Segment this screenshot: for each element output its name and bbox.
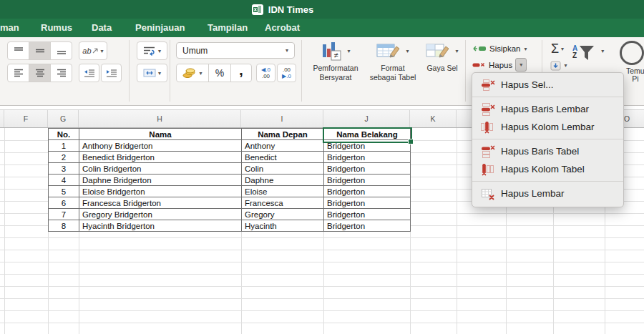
decrease-indent-button[interactable] [79,64,99,82]
table-cell[interactable]: 5 [49,186,79,197]
table-cell[interactable]: Bridgerton [324,175,411,186]
wrap-text-button[interactable]: ▾ [137,41,167,60]
grid-row-line [0,274,644,275]
column-header-i[interactable]: I [241,110,323,127]
table-cell[interactable]: Daphne Bridgerton [79,175,242,186]
table-cell[interactable]: Colin Bridgerton [79,163,242,175]
delete-sheet-columns-icon [481,121,501,134]
format-as-table-icon [376,40,401,62]
table-cell[interactable]: 6 [49,197,79,209]
menu-item-label: Hapus Sel... [501,79,554,90]
column-header-h[interactable]: H [79,110,241,127]
table-cell[interactable]: 2 [49,152,79,163]
table-cell[interactable]: 4 [49,175,79,186]
table-cell[interactable]: 8 [49,220,79,232]
conditional-formatting-button[interactable]: ≠ ▾ PemformatanBersyarat [304,40,367,82]
table-cell[interactable]: Hyacinth [242,220,324,232]
menu-item-label: Hapus Lembar [501,188,565,199]
delete-table-columns-icon [481,163,501,176]
format-as-table-button[interactable]: ▾ Formatsebagai Tabel [363,40,423,82]
grid-row-line [0,237,644,238]
align-left-button[interactable] [7,64,29,82]
table-header-cell[interactable]: Nama [79,129,242,140]
chevron-down-icon: ▾ [561,46,564,52]
grid-row-line [0,323,644,323]
orientation-button[interactable]: ab ▾ [79,41,107,60]
table-cell[interactable]: Bridgerton [324,163,411,175]
decrease-indent-icon [84,69,95,78]
orientation-label: ab [82,46,91,55]
currency-button[interactable]: ▾ [176,64,209,82]
table-cell[interactable]: Hyacinth Bridgerton [79,220,242,232]
merge-center-button[interactable]: ▾ [137,64,167,82]
table-header-cell[interactable]: Nama Depan [242,129,324,140]
merge-center-icon [143,68,156,78]
table-cell[interactable]: 1 [49,140,79,152]
menu-item-hapus-lembar[interactable]: Hapus Lembar [472,185,623,202]
decrease-decimal-button[interactable]: ◀.0.00 [256,64,275,82]
table-cell[interactable]: Bridgerton [324,186,411,197]
table-cell[interactable]: Gregory [242,209,324,220]
table-cell[interactable]: Bridgerton [324,152,411,163]
column-header-j[interactable]: J [323,110,410,127]
table-cell[interactable]: Daphne [242,175,324,186]
column-header-g[interactable]: G [48,110,79,127]
table-cell[interactable]: Francesca Bridgerton [79,197,242,209]
delete-dropdown-button[interactable]: ▾ [515,58,527,72]
table-cell[interactable]: Anthony [242,140,324,152]
increase-indent-button[interactable] [101,64,122,82]
column-header-k[interactable]: K [410,110,457,127]
table-cell[interactable]: Eloise Bridgerton [79,186,242,197]
tab-acrobat[interactable]: Acrobat [265,22,300,33]
number-format-select[interactable]: Umum ▾ [176,42,295,59]
table-cell[interactable]: Francesca [242,197,324,209]
tab-data[interactable]: Data [92,22,112,33]
table-cell[interactable]: Gregory Bridgerton [79,209,242,220]
menu-item-hapus-kolom-lembar[interactable]: Hapus Kolom Lembar [472,118,623,136]
menu-item-hapus-baris-tabel[interactable]: Hapus Baris Tabel [472,142,623,160]
table-cell[interactable]: Anthony Bridgerton [79,140,242,152]
table-cell[interactable]: 7 [49,209,79,220]
align-right-button[interactable] [50,64,72,82]
selection-fill-handle[interactable] [408,139,414,144]
percent-button[interactable]: % [208,64,231,82]
sort-filter-button[interactable]: AZ ▾ [572,39,614,72]
menu-item-hapus-kolom-tabel[interactable]: Hapus Kolom Tabel [472,160,623,178]
align-top-button[interactable] [7,41,29,60]
delete-button[interactable]: Hapus ▾ [472,57,527,72]
table-cell[interactable]: Bridgerton [324,220,411,232]
tab-rumus[interactable]: Rumus [41,22,72,33]
table-cell[interactable]: Colin [242,163,324,175]
table-cell[interactable]: Benedict Bridgerton [79,152,242,163]
align-middle-button[interactable] [29,41,51,60]
fill-button[interactable]: ▾ [547,59,571,72]
tab-man[interactable]: man [0,22,19,33]
table-cell[interactable]: Eloise [242,186,324,197]
svg-text:≠: ≠ [334,51,338,59]
autosum-button[interactable]: Σ ▾ [545,40,570,57]
column-header-f[interactable]: F [4,110,48,127]
tab-peninjauan[interactable]: Peninjauan [135,22,185,33]
table-cell[interactable]: Bridgerton [324,209,411,220]
increase-decimal-button[interactable]: .00▶.0 [277,64,296,82]
table-cell[interactable]: Benedict [242,152,324,163]
cell-styles-button[interactable]: ▾ Gaya Sel [415,40,469,73]
menu-item-hapus-baris-lembar[interactable]: Hapus Baris Lembar [472,100,623,118]
delete-table-rows-icon [481,145,501,158]
align-bottom-button[interactable] [50,41,72,60]
number-format-value: Umum [182,46,208,56]
insert-button[interactable]: Sisipkan ▾ [472,41,527,57]
align-center-button[interactable] [29,64,51,82]
chevron-down-icon: ▾ [158,70,161,77]
comma-button[interactable]: , [230,64,252,82]
menu-item-hapus-sel[interactable]: Hapus Sel... [472,76,623,94]
sigma-icon: Σ [551,41,559,57]
table-cell[interactable]: 3 [49,163,79,175]
delete-cells-icon [472,60,486,70]
table-header-cell[interactable]: No. [49,129,79,140]
table-row: 7Gregory BridgertonGregoryBridgerton [49,209,411,220]
table-cell[interactable]: Bridgerton [324,197,411,209]
chevron-down-icon: ▾ [406,48,409,54]
find-select-button[interactable] [620,41,644,65]
tab-tampilan[interactable]: Tampilan [208,22,248,33]
